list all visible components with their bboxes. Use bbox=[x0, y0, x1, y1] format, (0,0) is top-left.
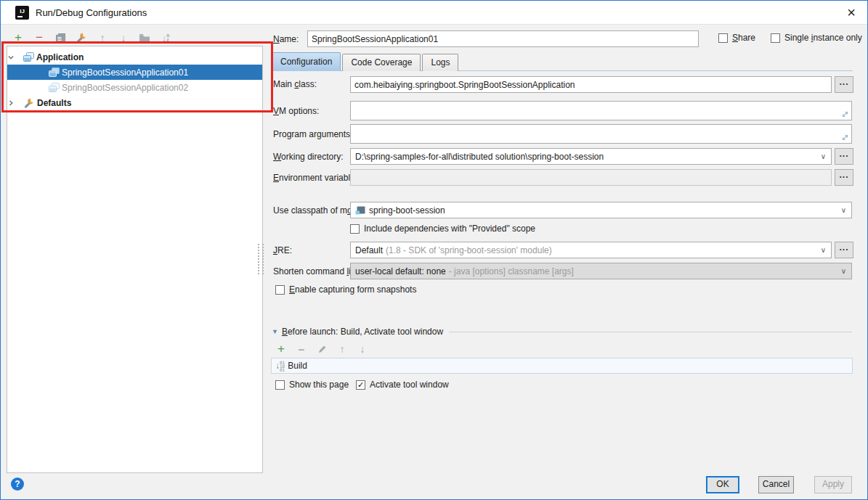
tab-code-coverage[interactable]: Code Coverage bbox=[342, 54, 421, 71]
before-launch-toolbar: + − ↑ ↓ bbox=[275, 343, 368, 356]
copy-configuration-icon[interactable] bbox=[54, 32, 66, 44]
application-config-icon bbox=[49, 67, 60, 77]
program-arguments-label: Program arguments: bbox=[273, 129, 352, 139]
jre-browse-button[interactable]: ... bbox=[835, 242, 853, 258]
remove-task-button[interactable]: − bbox=[296, 343, 307, 355]
vm-options-field bbox=[350, 101, 852, 120]
vm-options-label: VM options: bbox=[273, 106, 319, 116]
chevron-down-icon[interactable]: ∨ bbox=[821, 247, 826, 254]
tab-configuration[interactable]: Configuration bbox=[272, 52, 341, 71]
move-task-up-icon[interactable]: ↑ bbox=[336, 343, 348, 355]
environment-variables-label: Environment variables: bbox=[273, 173, 362, 183]
move-task-down-icon[interactable]: ↓ bbox=[357, 343, 368, 355]
dialog-title: Run/Debug Configurations bbox=[36, 7, 147, 18]
intellij-logo-icon: IJ bbox=[15, 6, 29, 20]
move-up-icon[interactable]: ↑ bbox=[97, 32, 108, 44]
vm-options-input[interactable] bbox=[350, 101, 852, 120]
share-label: Share bbox=[732, 33, 755, 43]
defaults-wrench-icon bbox=[23, 97, 35, 109]
chevron-down-icon[interactable]: ∨ bbox=[841, 207, 846, 214]
configurations-toolbar: + − ↑ ↓ ↓ az bbox=[12, 31, 171, 44]
shorten-command-line-combo[interactable]: user-local default: none - java [options… bbox=[350, 263, 852, 279]
name-input[interactable] bbox=[307, 30, 699, 47]
add-configuration-button[interactable]: + bbox=[12, 32, 24, 44]
tree-node-label: SpringBootSessionApplication01 bbox=[62, 67, 188, 78]
help-icon[interactable]: ? bbox=[11, 478, 24, 491]
environment-variables-input[interactable] bbox=[350, 169, 832, 186]
main-class-label: Main class: bbox=[273, 79, 317, 89]
before-launch-task-row[interactable]: ↓ 01 10 01 Build bbox=[271, 358, 853, 374]
main-class-input[interactable] bbox=[350, 76, 832, 93]
chevron-collapsed-icon[interactable] bbox=[7, 99, 23, 107]
show-this-page-label: Show this page bbox=[289, 380, 349, 390]
jre-combo[interactable]: Default (1.8 - SDK of 'spring-boot-sessi… bbox=[350, 242, 832, 258]
checkbox-box[interactable] bbox=[275, 380, 285, 390]
classpath-module-combo[interactable]: spring-boot-session ∨ bbox=[350, 202, 852, 218]
capture-snapshots-checkbox[interactable]: Enable capturing form snapshots bbox=[275, 284, 416, 295]
expand-field-icon[interactable] bbox=[841, 110, 849, 118]
environment-variables-browse-button[interactable]: ... bbox=[835, 169, 853, 186]
remove-configuration-button[interactable]: − bbox=[33, 32, 45, 44]
name-label: Name: bbox=[273, 34, 299, 44]
capture-snapshots-label: Enable capturing form snapshots bbox=[289, 284, 416, 295]
title-bar: IJ Run/Debug Configurations × bbox=[1, 1, 867, 25]
folder-icon[interactable] bbox=[139, 32, 150, 44]
move-down-icon[interactable]: ↓ bbox=[118, 32, 129, 44]
expand-field-icon[interactable] bbox=[841, 134, 849, 142]
config-tabs: Configuration Code Coverage Logs bbox=[272, 52, 458, 71]
jre-label: JRE: bbox=[273, 245, 292, 255]
checkbox-box[interactable] bbox=[718, 33, 728, 43]
working-directory-browse-button[interactable]: ... bbox=[835, 148, 853, 165]
working-directory-label: Working directory: bbox=[273, 152, 343, 162]
build-task-label: Build bbox=[288, 361, 307, 371]
provided-scope-label: Include dependencies with "Provided" sco… bbox=[364, 224, 535, 234]
triangle-down-icon[interactable]: ▼ bbox=[272, 328, 278, 335]
before-launch-title: Before launch: Build, Activate tool wind… bbox=[282, 327, 443, 337]
tab-logs[interactable]: Logs bbox=[422, 54, 458, 71]
ok-button[interactable]: OK bbox=[706, 476, 739, 493]
checkbox-box[interactable] bbox=[350, 224, 360, 234]
sort-configurations-icon[interactable]: ↓ az bbox=[160, 32, 171, 44]
apply-button[interactable]: Apply bbox=[814, 476, 852, 493]
program-arguments-input[interactable] bbox=[350, 124, 852, 144]
provided-scope-checkbox[interactable]: Include dependencies with "Provided" sco… bbox=[350, 224, 535, 234]
chevron-down-icon[interactable]: ∨ bbox=[821, 153, 826, 160]
tree-node-configuration[interactable]: SpringBootSessionApplication02 bbox=[7, 80, 262, 95]
program-arguments-field bbox=[350, 124, 852, 144]
module-icon bbox=[355, 205, 365, 215]
checkbox-box[interactable] bbox=[771, 33, 780, 43]
tree-node-label: Application bbox=[36, 52, 84, 62]
single-instance-checkbox[interactable]: Single instance only bbox=[771, 33, 862, 43]
tree-node-label: SpringBootSessionApplication02 bbox=[62, 83, 188, 93]
build-task-icon: ↓ 01 10 01 bbox=[275, 361, 285, 372]
working-directory-combo[interactable]: D:\spring-samples-for-all\distributed so… bbox=[350, 148, 832, 165]
before-launch-header[interactable]: ▼ Before launch: Build, Activate tool wi… bbox=[272, 327, 852, 337]
tree-node-label: Defaults bbox=[37, 98, 71, 108]
tree-node-defaults[interactable]: Defaults bbox=[7, 95, 262, 110]
checkbox-box[interactable] bbox=[275, 285, 285, 295]
tree-node-application[interactable]: Application bbox=[7, 49, 262, 65]
working-directory-value: D:\spring-samples-for-all\distributed so… bbox=[355, 152, 604, 162]
jre-value: Default bbox=[355, 245, 383, 255]
shorten-command-line-value: user-local default: none bbox=[355, 266, 446, 276]
tree-node-configuration-selected[interactable]: SpringBootSessionApplication01 bbox=[7, 65, 262, 80]
shorten-command-line-label: Shorten command line: bbox=[273, 266, 362, 276]
jre-hint: (1.8 - SDK of 'spring-boot-session' modu… bbox=[386, 245, 552, 255]
share-checkbox[interactable]: Share bbox=[718, 33, 755, 43]
application-config-icon bbox=[49, 83, 60, 92]
activate-tool-window-label: Activate tool window bbox=[370, 380, 449, 390]
show-this-page-checkbox[interactable]: Show this page bbox=[275, 380, 349, 390]
activate-tool-window-checkbox[interactable]: ✓ Activate tool window bbox=[356, 380, 449, 390]
splitter-handle[interactable] bbox=[258, 244, 264, 274]
edit-task-pencil-icon[interactable] bbox=[316, 343, 328, 355]
cancel-button[interactable]: Cancel bbox=[758, 476, 794, 493]
chevron-down-icon[interactable]: ∨ bbox=[841, 268, 846, 275]
chevron-expanded-icon[interactable] bbox=[7, 54, 23, 61]
main-class-browse-button[interactable]: ... bbox=[835, 76, 853, 93]
close-icon[interactable]: × bbox=[843, 4, 860, 21]
checkbox-box-checked[interactable]: ✓ bbox=[356, 380, 365, 390]
application-type-icon bbox=[23, 52, 34, 62]
edit-defaults-wrench-icon[interactable] bbox=[76, 32, 87, 44]
add-task-button[interactable]: + bbox=[275, 343, 287, 355]
shorten-command-line-hint: - java [options] classname [args] bbox=[449, 266, 574, 276]
